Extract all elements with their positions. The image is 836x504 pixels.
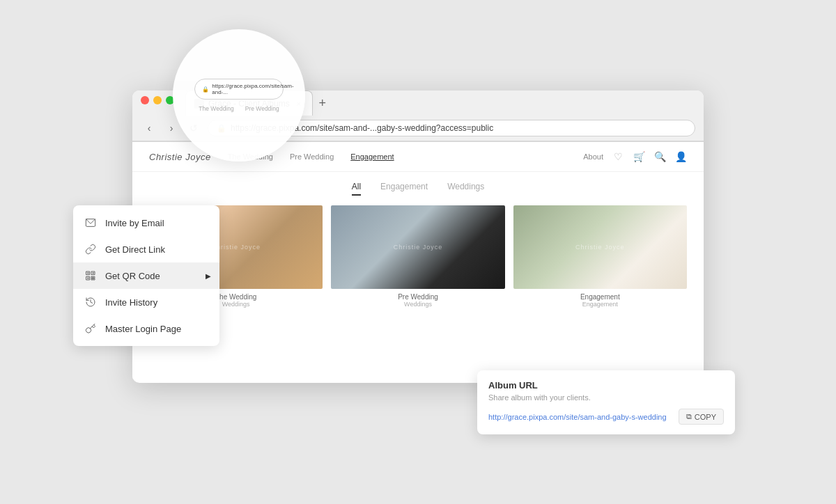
email-icon: [84, 216, 97, 229]
copy-label: COPY: [695, 413, 716, 421]
gallery-tab-weddings[interactable]: Weddings: [447, 182, 484, 196]
history-icon: [84, 296, 97, 308]
gallery-thumb-3: Christie Joyce: [513, 205, 687, 289]
qr-svg: [85, 270, 96, 281]
gallery-sublabel-1: Weddings: [222, 301, 250, 308]
heart-icon[interactable]: ♡: [612, 150, 624, 163]
link-icon: [84, 243, 97, 255]
gallery-tabs: All Engagement Weddings: [132, 172, 704, 203]
search-icon[interactable]: 🔍: [653, 150, 666, 163]
svg-rect-5: [93, 272, 94, 274]
copy-button[interactable]: ⧉ COPY: [679, 409, 724, 425]
forward-button[interactable]: ›: [163, 120, 180, 136]
svg-rect-4: [87, 272, 88, 274]
zoom-tab-wedding: The Wedding: [199, 105, 233, 112]
watermark-3: Christie Joyce: [575, 244, 625, 251]
traffic-light-yellow[interactable]: [153, 96, 162, 104]
album-url-tooltip: Album URL Share album with your clients.…: [477, 370, 735, 434]
svg-rect-8: [91, 276, 93, 278]
gallery-sublabel-3: Engagement: [582, 301, 618, 308]
zoom-tabs-row: The Wedding Pre Wedding: [199, 105, 279, 112]
album-url-row: http://grace.pixpa.com/site/sam-and-gaby…: [488, 409, 724, 425]
svg-rect-11: [93, 278, 95, 280]
gallery-label-1: The Wedding: [215, 293, 256, 301]
dropdown-menu: Invite by Email Get Direct Link: [73, 205, 219, 346]
nav-item-prewedding[interactable]: Pre Wedding: [290, 152, 334, 161]
gallery-label-2: Pre Wedding: [398, 293, 438, 301]
new-tab-button[interactable]: +: [313, 93, 332, 113]
zoom-tab-prewedding: Pre Wedding: [245, 105, 279, 112]
gallery-thumb-2: Christie Joyce: [331, 205, 504, 289]
gallery-tab-engagement[interactable]: Engagement: [380, 182, 428, 196]
address-text: https://grace.pixpa.com/site/sam-and-...…: [231, 123, 686, 133]
watermark-2: Christie Joyce: [394, 244, 443, 251]
dropdown-label-master-login: Master Login Page: [105, 324, 181, 334]
about-link[interactable]: About: [583, 152, 603, 161]
dropdown-label-invite-history: Invite History: [105, 297, 157, 308]
site-logo: Christie Joyce: [149, 152, 211, 162]
site-header-right: About ♡ 🛒 🔍 👤: [583, 150, 687, 163]
nav-item-engagement[interactable]: Engagement: [350, 152, 394, 161]
album-url-title: Album URL: [488, 380, 724, 391]
zoom-address-bar: 🔒 https://grace.pixpa.com/site/sam-and-.…: [194, 79, 284, 100]
gallery-item-2[interactable]: Christie Joyce Pre Wedding Weddings: [331, 205, 504, 308]
traffic-lights: [138, 96, 174, 110]
site-nav: The Wedding Pre Wedding Engagement: [228, 152, 584, 161]
cart-icon[interactable]: 🛒: [633, 150, 645, 163]
user-icon[interactable]: 👤: [674, 150, 687, 163]
gallery-tab-all[interactable]: All: [352, 182, 361, 196]
zoom-lock-icon: 🔒: [202, 86, 209, 93]
dropdown-item-qr-code[interactable]: Get QR Code ▶: [73, 262, 219, 289]
dropdown-item-invite-email[interactable]: Invite by Email: [73, 210, 219, 236]
zoom-circle-inner: 🔒 https://grace.pixpa.com/site/sam-and-.…: [173, 29, 305, 162]
email-svg: [85, 217, 96, 228]
dropdown-item-master-login[interactable]: Master Login Page: [73, 315, 219, 342]
zoom-circle: 🔒 https://grace.pixpa.com/site/sam-and-.…: [173, 29, 305, 162]
dropdown-label-invite-email: Invite by Email: [105, 218, 164, 228]
link-svg: [85, 244, 96, 255]
svg-rect-10: [91, 278, 93, 280]
zoom-address-text: https://grace.pixpa.com/site/sam-and-...: [212, 83, 293, 95]
copy-icon: ⧉: [686, 412, 692, 421]
key-svg: [85, 323, 96, 334]
album-url-link[interactable]: http://grace.pixpa.com/site/sam-and-gaby…: [488, 413, 673, 421]
key-icon: [84, 322, 97, 335]
history-svg: [85, 297, 96, 308]
traffic-light-red[interactable]: [141, 96, 149, 104]
dropdown-arrow-icon: ▶: [206, 272, 211, 280]
dropdown-label-direct-link: Get Direct Link: [105, 244, 165, 255]
back-button[interactable]: ‹: [141, 120, 157, 136]
gallery-sublabel-2: Weddings: [404, 301, 432, 308]
dropdown-item-direct-link[interactable]: Get Direct Link: [73, 236, 219, 262]
gallery-label-3: Engagement: [580, 293, 620, 301]
svg-rect-6: [87, 278, 88, 279]
qr-code-icon: [84, 269, 97, 282]
gallery-item-3[interactable]: Christie Joyce Engagement Engagement: [513, 205, 687, 308]
dropdown-label-qr-code: Get QR Code: [105, 271, 160, 281]
dropdown-item-invite-history[interactable]: Invite History: [73, 289, 219, 315]
svg-rect-9: [93, 276, 95, 278]
album-url-desc: Share album with your clients.: [488, 393, 724, 402]
